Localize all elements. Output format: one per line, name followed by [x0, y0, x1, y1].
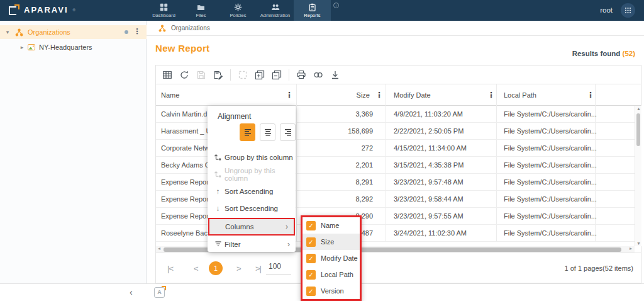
align-right-button[interactable] [280, 123, 296, 141]
pager-next-button[interactable]: > [236, 253, 241, 284]
submenu-item-label: Modify Date [321, 254, 358, 262]
align-right-icon [284, 128, 292, 137]
user-name[interactable]: root [600, 6, 613, 14]
submenu-item-label: Local Path [321, 271, 353, 278]
tree-item-label: NY-Headquarters [39, 43, 92, 51]
toolbar-divider [230, 69, 231, 81]
tab-reports[interactable]: Reports [294, 0, 331, 21]
scroll-left-icon[interactable]: ◂ [158, 246, 160, 251]
menu-item-label: Filter [225, 241, 241, 248]
apps-grid-button[interactable] [621, 3, 635, 18]
grid-toolbar [156, 65, 641, 84]
cell-local-path: File System/C:/Users/carolin... [504, 106, 597, 123]
refresh-icon[interactable] [179, 70, 189, 80]
tab-files[interactable]: Files [182, 0, 219, 21]
cell-name: Corporate Netw [161, 140, 209, 157]
tab-administration[interactable]: Administration [257, 0, 294, 21]
column-menu-icon-local-path[interactable]: ⋮ [587, 84, 594, 106]
submenu-item-label: Size [321, 238, 334, 246]
print-icon[interactable] [296, 70, 306, 80]
tab-dashboard[interactable]: Dashboard [145, 0, 182, 21]
info-icon[interactable]: i [333, 3, 339, 8]
expand-all-icon[interactable] [255, 70, 265, 80]
menu-item-label: Ungroup by this column [225, 167, 296, 182]
checkbox-checked-icon[interactable]: ✓ [306, 237, 316, 247]
checkbox-checked-icon[interactable]: ✓ [306, 270, 316, 280]
scroll-up-icon[interactable]: ▲ [636, 106, 641, 111]
columns-submenu: ✓ Name ✓ Size ✓ Modify Date ✓ Local Path… [301, 215, 362, 301]
tree-item-organizations[interactable]: ▾ Organizations ⋮ [0, 25, 147, 39]
chevron-right-icon[interactable]: ▸ [16, 44, 28, 50]
column-menu-icon-size[interactable]: ⋮ [375, 84, 383, 106]
tab-label: Dashboard [152, 13, 175, 18]
main-nav-tabs: Dashboard Files Policies Administration … [145, 0, 331, 21]
cell-name: Calvin Martin.d [161, 106, 207, 123]
breadcrumb: Organizations [147, 21, 644, 36]
sidebar-collapse-icon[interactable]: ‹ [130, 287, 133, 297]
checkbox-checked-icon[interactable]: ✓ [306, 221, 316, 230]
cell-local-path: File System/C:/Users/carolin... [504, 157, 597, 174]
column-header-name[interactable]: Name [161, 84, 179, 106]
results-label: Results found [572, 50, 623, 57]
vertical-scrollbar-thumb[interactable] [636, 113, 640, 146]
menu-item-sort-descending[interactable]: ↓ Sort Descending [208, 200, 296, 217]
pager: |< < 1 > >| 100 items per page 1 of 1 pa… [156, 253, 641, 283]
page-size-select[interactable]: 100 [266, 260, 291, 275]
pager-prev-button[interactable]: < [194, 253, 198, 284]
tree-item-label: Organizations [28, 28, 70, 36]
menu-item-group-by[interactable]: Group by this column [208, 149, 296, 166]
breadcrumb-label[interactable]: Organizations [171, 25, 210, 31]
align-center-button[interactable] [260, 123, 275, 141]
vertical-scrollbar[interactable]: ▲ ▼ [635, 106, 641, 246]
chevron-down-icon[interactable]: ▾ [0, 29, 15, 35]
column-context-menu: Alignment Group by this column Ungroup b… [208, 106, 296, 252]
submenu-item-local-path[interactable]: ✓ Local Path [303, 266, 360, 283]
scroll-right-icon[interactable]: ▸ [630, 246, 632, 251]
table-view-icon[interactable] [162, 70, 172, 80]
download-icon[interactable] [330, 70, 340, 80]
top-navigation-bar: APARAVI ® Dashboard Files Policies Admin… [0, 0, 644, 21]
footer-logo-letter: A [157, 289, 162, 295]
brand-name: APARAVI [24, 5, 69, 14]
pager-last-button[interactable]: >| [255, 253, 261, 284]
submenu-item-version[interactable]: ✓ Version [303, 283, 360, 299]
column-header-modify-date[interactable]: Modify Date [394, 84, 431, 106]
submenu-item-label: Name [321, 222, 339, 229]
cell-modify-date: 4/15/2021, 11:34:00 AM [394, 140, 467, 157]
cell-modify-date: 4/9/2021, 11:03:20 AM [394, 106, 463, 123]
pager-current-page[interactable]: 1 [209, 261, 223, 275]
menu-item-sort-ascending[interactable]: ↑ Sort Ascending [208, 183, 296, 200]
clipboard-icon [308, 3, 316, 11]
filter-icon [213, 240, 223, 249]
submenu-item-size[interactable]: ✓ Size [303, 234, 360, 250]
selection-icon-disabled [238, 70, 248, 80]
menu-item-columns[interactable]: Columns › [208, 218, 295, 236]
toolbar-divider [289, 69, 289, 81]
checkbox-checked-icon[interactable]: ✓ [306, 254, 316, 263]
submenu-item-modify-date[interactable]: ✓ Modify Date [303, 250, 360, 266]
align-left-button[interactable] [240, 123, 255, 141]
scroll-down-icon[interactable]: ▼ [636, 241, 641, 246]
menu-item-label: Sort Descending [225, 205, 278, 212]
collapse-all-icon[interactable] [272, 70, 282, 80]
link-icon[interactable] [313, 70, 323, 80]
column-header-size[interactable]: Size [282, 84, 370, 106]
dashboard-icon [160, 3, 168, 11]
pager-first-button[interactable]: |< [167, 253, 173, 284]
checkbox-checked-icon[interactable]: ✓ [306, 287, 316, 296]
submenu-item-name[interactable]: ✓ Name [303, 217, 360, 234]
menu-item-filter[interactable]: Filter › [208, 236, 296, 253]
column-header-local-path[interactable]: Local Path [504, 84, 536, 106]
tab-label: Files [196, 13, 206, 18]
tree-item-menu-icon[interactable]: ⋮ [133, 27, 141, 36]
tree-item-ny-headquarters[interactable]: ▸ NY-Headquarters [0, 40, 147, 54]
cell-name: Expense Repor [161, 208, 209, 225]
aparavi-report-screen: { "app": {"brand": "APARAVI", "brand_mar… [0, 0, 644, 301]
tab-policies[interactable]: Policies [219, 0, 257, 21]
column-menu-icon-modify-date[interactable]: ⋮ [487, 84, 495, 106]
cell-local-path: File System/C:/Users/carolin... [504, 174, 597, 191]
save-as-icon[interactable] [213, 70, 223, 80]
cell-name: Expense Repor [161, 174, 209, 191]
users-icon [271, 3, 280, 11]
cell-modify-date: 3/23/2021, 9:57:48 AM [394, 174, 464, 191]
